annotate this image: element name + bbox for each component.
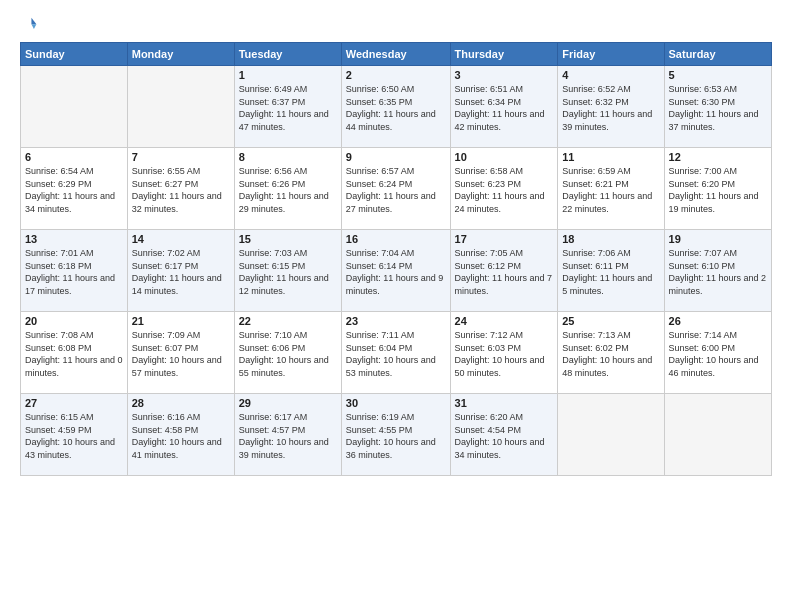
calendar-cell: 29Sunrise: 6:17 AM Sunset: 4:57 PM Dayli… [234,394,341,476]
day-number: 26 [669,315,767,327]
calendar-cell: 17Sunrise: 7:05 AM Sunset: 6:12 PM Dayli… [450,230,558,312]
calendar-cell: 24Sunrise: 7:12 AM Sunset: 6:03 PM Dayli… [450,312,558,394]
calendar: SundayMondayTuesdayWednesdayThursdayFrid… [20,42,772,476]
day-number: 22 [239,315,337,327]
calendar-cell: 31Sunrise: 6:20 AM Sunset: 4:54 PM Dayli… [450,394,558,476]
calendar-cell [21,66,128,148]
day-detail: Sunrise: 7:04 AM Sunset: 6:14 PM Dayligh… [346,247,446,297]
day-detail: Sunrise: 7:14 AM Sunset: 6:00 PM Dayligh… [669,329,767,379]
day-detail: Sunrise: 7:11 AM Sunset: 6:04 PM Dayligh… [346,329,446,379]
calendar-cell: 25Sunrise: 7:13 AM Sunset: 6:02 PM Dayli… [558,312,664,394]
calendar-header-monday: Monday [127,43,234,66]
day-number: 3 [455,69,554,81]
calendar-header-thursday: Thursday [450,43,558,66]
day-detail: Sunrise: 6:59 AM Sunset: 6:21 PM Dayligh… [562,165,659,215]
day-number: 23 [346,315,446,327]
day-number: 6 [25,151,123,163]
calendar-cell: 4Sunrise: 6:52 AM Sunset: 6:32 PM Daylig… [558,66,664,148]
logo [20,16,40,34]
logo-icon [20,16,38,34]
day-number: 14 [132,233,230,245]
day-number: 12 [669,151,767,163]
calendar-header-friday: Friday [558,43,664,66]
day-detail: Sunrise: 7:13 AM Sunset: 6:02 PM Dayligh… [562,329,659,379]
day-detail: Sunrise: 7:01 AM Sunset: 6:18 PM Dayligh… [25,247,123,297]
day-number: 8 [239,151,337,163]
header [20,16,772,34]
calendar-cell: 1Sunrise: 6:49 AM Sunset: 6:37 PM Daylig… [234,66,341,148]
calendar-cell: 23Sunrise: 7:11 AM Sunset: 6:04 PM Dayli… [341,312,450,394]
calendar-week-4: 20Sunrise: 7:08 AM Sunset: 6:08 PM Dayli… [21,312,772,394]
day-detail: Sunrise: 6:16 AM Sunset: 4:58 PM Dayligh… [132,411,230,461]
calendar-header-row: SundayMondayTuesdayWednesdayThursdayFrid… [21,43,772,66]
day-number: 15 [239,233,337,245]
day-detail: Sunrise: 6:49 AM Sunset: 6:37 PM Dayligh… [239,83,337,133]
calendar-cell [664,394,771,476]
calendar-cell: 14Sunrise: 7:02 AM Sunset: 6:17 PM Dayli… [127,230,234,312]
day-number: 28 [132,397,230,409]
day-number: 7 [132,151,230,163]
day-number: 5 [669,69,767,81]
day-number: 17 [455,233,554,245]
day-number: 29 [239,397,337,409]
day-detail: Sunrise: 7:02 AM Sunset: 6:17 PM Dayligh… [132,247,230,297]
calendar-header-wednesday: Wednesday [341,43,450,66]
calendar-cell: 3Sunrise: 6:51 AM Sunset: 6:34 PM Daylig… [450,66,558,148]
calendar-cell: 26Sunrise: 7:14 AM Sunset: 6:00 PM Dayli… [664,312,771,394]
day-number: 16 [346,233,446,245]
calendar-cell: 18Sunrise: 7:06 AM Sunset: 6:11 PM Dayli… [558,230,664,312]
day-detail: Sunrise: 6:56 AM Sunset: 6:26 PM Dayligh… [239,165,337,215]
day-detail: Sunrise: 7:03 AM Sunset: 6:15 PM Dayligh… [239,247,337,297]
day-number: 25 [562,315,659,327]
calendar-cell: 15Sunrise: 7:03 AM Sunset: 6:15 PM Dayli… [234,230,341,312]
day-detail: Sunrise: 6:17 AM Sunset: 4:57 PM Dayligh… [239,411,337,461]
day-number: 21 [132,315,230,327]
day-detail: Sunrise: 7:06 AM Sunset: 6:11 PM Dayligh… [562,247,659,297]
calendar-cell: 10Sunrise: 6:58 AM Sunset: 6:23 PM Dayli… [450,148,558,230]
day-number: 13 [25,233,123,245]
calendar-cell: 30Sunrise: 6:19 AM Sunset: 4:55 PM Dayli… [341,394,450,476]
day-detail: Sunrise: 7:10 AM Sunset: 6:06 PM Dayligh… [239,329,337,379]
day-detail: Sunrise: 6:53 AM Sunset: 6:30 PM Dayligh… [669,83,767,133]
day-number: 30 [346,397,446,409]
calendar-cell: 28Sunrise: 6:16 AM Sunset: 4:58 PM Dayli… [127,394,234,476]
day-detail: Sunrise: 6:54 AM Sunset: 6:29 PM Dayligh… [25,165,123,215]
day-detail: Sunrise: 6:50 AM Sunset: 6:35 PM Dayligh… [346,83,446,133]
calendar-cell: 7Sunrise: 6:55 AM Sunset: 6:27 PM Daylig… [127,148,234,230]
day-number: 20 [25,315,123,327]
day-detail: Sunrise: 6:15 AM Sunset: 4:59 PM Dayligh… [25,411,123,461]
calendar-week-5: 27Sunrise: 6:15 AM Sunset: 4:59 PM Dayli… [21,394,772,476]
calendar-cell: 21Sunrise: 7:09 AM Sunset: 6:07 PM Dayli… [127,312,234,394]
day-number: 31 [455,397,554,409]
calendar-week-1: 1Sunrise: 6:49 AM Sunset: 6:37 PM Daylig… [21,66,772,148]
day-number: 2 [346,69,446,81]
day-number: 19 [669,233,767,245]
calendar-header-saturday: Saturday [664,43,771,66]
day-detail: Sunrise: 6:57 AM Sunset: 6:24 PM Dayligh… [346,165,446,215]
calendar-header-sunday: Sunday [21,43,128,66]
calendar-week-3: 13Sunrise: 7:01 AM Sunset: 6:18 PM Dayli… [21,230,772,312]
calendar-cell: 12Sunrise: 7:00 AM Sunset: 6:20 PM Dayli… [664,148,771,230]
calendar-cell [127,66,234,148]
calendar-cell: 19Sunrise: 7:07 AM Sunset: 6:10 PM Dayli… [664,230,771,312]
day-detail: Sunrise: 7:08 AM Sunset: 6:08 PM Dayligh… [25,329,123,379]
day-number: 10 [455,151,554,163]
calendar-cell [558,394,664,476]
day-detail: Sunrise: 6:19 AM Sunset: 4:55 PM Dayligh… [346,411,446,461]
calendar-cell: 27Sunrise: 6:15 AM Sunset: 4:59 PM Dayli… [21,394,128,476]
day-detail: Sunrise: 6:51 AM Sunset: 6:34 PM Dayligh… [455,83,554,133]
day-detail: Sunrise: 7:07 AM Sunset: 6:10 PM Dayligh… [669,247,767,297]
day-detail: Sunrise: 7:00 AM Sunset: 6:20 PM Dayligh… [669,165,767,215]
page: SundayMondayTuesdayWednesdayThursdayFrid… [0,0,792,612]
calendar-cell: 6Sunrise: 6:54 AM Sunset: 6:29 PM Daylig… [21,148,128,230]
day-number: 18 [562,233,659,245]
day-number: 4 [562,69,659,81]
calendar-cell: 11Sunrise: 6:59 AM Sunset: 6:21 PM Dayli… [558,148,664,230]
calendar-cell: 5Sunrise: 6:53 AM Sunset: 6:30 PM Daylig… [664,66,771,148]
calendar-cell: 20Sunrise: 7:08 AM Sunset: 6:08 PM Dayli… [21,312,128,394]
day-detail: Sunrise: 7:12 AM Sunset: 6:03 PM Dayligh… [455,329,554,379]
day-detail: Sunrise: 6:58 AM Sunset: 6:23 PM Dayligh… [455,165,554,215]
day-number: 24 [455,315,554,327]
svg-marker-1 [31,24,36,29]
day-number: 1 [239,69,337,81]
